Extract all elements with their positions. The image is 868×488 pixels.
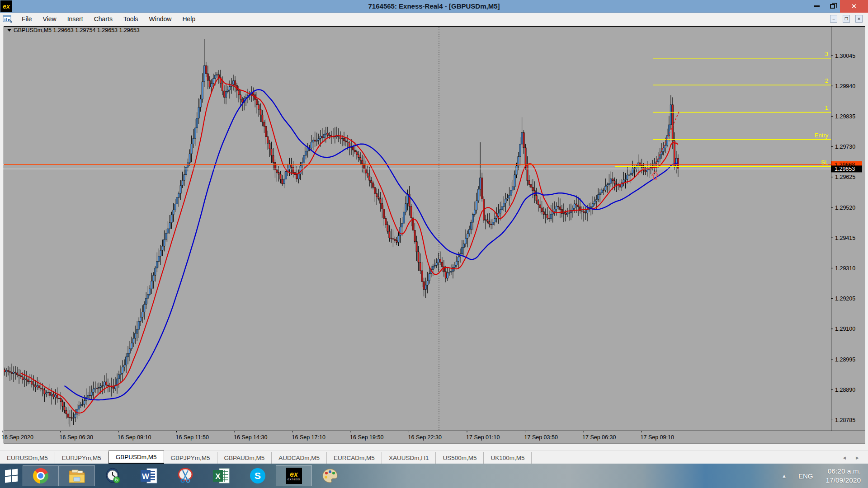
minimize-button[interactable] xyxy=(809,0,825,13)
language-indicator[interactable]: ENG xyxy=(798,472,813,480)
tab-scroll-left-icon[interactable]: ◄ xyxy=(842,455,847,460)
menu-item-file[interactable]: File xyxy=(16,14,38,24)
fib-level-label: Entry xyxy=(815,132,829,139)
tab-scroll-controls: ◄► xyxy=(842,452,868,464)
menu-item-tools[interactable]: Tools xyxy=(118,14,144,24)
taskbar-icon-skype[interactable]: S xyxy=(240,465,276,486)
exness-app-icon: ex xyxy=(0,0,12,12)
mdi-restore-button[interactable]: ❐ xyxy=(843,15,850,23)
time-axis-label: 16 Sep 22:30 xyxy=(408,434,442,441)
price-chart[interactable]: 321EntrySL1.300451.299401.298351.297301.… xyxy=(0,25,868,450)
time-axis-label: 16 Sep 19:50 xyxy=(350,434,383,441)
taskbar-icon-paint-palette[interactable] xyxy=(312,465,348,486)
svg-text:1.29653: 1.29653 xyxy=(835,166,855,172)
system-tray: ▲ ENG 06:20 a.m. 17/09/2020 xyxy=(782,464,868,488)
mdi-minimize-button[interactable]: – xyxy=(830,15,837,23)
mdi-window-controls: –❐✕ xyxy=(830,15,863,23)
time-axis-label: 17 Sep 09:10 xyxy=(641,434,674,441)
time-axis-label: 16 Sep 2020 xyxy=(1,434,33,441)
taskbar-icon-explorer[interactable] xyxy=(59,465,95,486)
price-axis-label: 1.29100 xyxy=(835,326,855,332)
price-axis-label: 1.29205 xyxy=(835,296,855,302)
mdi-close-button[interactable]: ✕ xyxy=(855,15,863,23)
svg-text:↻: ↻ xyxy=(115,478,118,483)
price-axis-label: 1.29940 xyxy=(835,83,855,89)
tab-eurusdm-m5[interactable]: EURUSDm,M5 xyxy=(0,452,55,464)
price-axis-label: 1.29310 xyxy=(835,265,855,272)
price-axis-label: 1.29415 xyxy=(835,235,855,241)
time-axis-label: 16 Sep 17:10 xyxy=(292,434,326,441)
tab-xauusdm-h1[interactable]: XAUUSDm,H1 xyxy=(382,452,436,464)
menu-items: FileViewInsertChartsToolsWindowHelp xyxy=(16,14,201,24)
tab-gbpusdm-m5[interactable]: GBPUSDm,M5 xyxy=(108,450,164,464)
price-axis-label: 1.29625 xyxy=(835,174,855,180)
price-axis-label: 1.28785 xyxy=(835,417,855,423)
time-axis-label: 17 Sep 06:30 xyxy=(582,434,616,441)
price-axis-label: 1.28890 xyxy=(835,387,855,393)
price-axis-label: 1.29520 xyxy=(835,205,855,211)
taskbar: ↻ W XS ex exness xyxy=(0,464,868,488)
price-axis-label: 1.29730 xyxy=(835,144,855,150)
restore-button[interactable] xyxy=(825,0,840,13)
tab-scroll-right-icon[interactable]: ► xyxy=(855,455,860,460)
taskbar-icon-clock[interactable]: ↻ xyxy=(95,465,131,486)
taskbar-icon-chrome[interactable] xyxy=(23,465,59,486)
tray-expand-icon[interactable]: ▲ xyxy=(782,473,787,479)
menu-bar: FileViewInsertChartsToolsWindowHelp –❐✕ xyxy=(0,13,868,25)
time-axis-label: 16 Sep 09:10 xyxy=(118,434,151,441)
restore-icon xyxy=(830,4,835,9)
start-button[interactable] xyxy=(0,464,23,488)
price-axis-label: 1.29835 xyxy=(835,113,855,120)
tab-audcadm-m5[interactable]: AUDCADm,M5 xyxy=(272,452,327,464)
tab-uk100m-m5[interactable]: UK100m,M5 xyxy=(484,452,532,464)
time-axis-label: 17 Sep 01:10 xyxy=(466,434,500,441)
close-button[interactable]: ✕ xyxy=(840,0,868,13)
tab-us500m-m5[interactable]: US500m,M5 xyxy=(436,452,484,464)
menu-item-charts[interactable]: Charts xyxy=(89,14,118,24)
taskbar-icons: ↻ W XS ex exness xyxy=(23,464,348,488)
chart-ohlc-header: GBPUSDm,M5 1.29663 1.29754 1.29653 1.296… xyxy=(14,27,140,33)
price-axis-label: 1.30045 xyxy=(835,53,855,59)
menu-item-window[interactable]: Window xyxy=(144,14,177,24)
tab-gbpjpym-m5[interactable]: GBPJPYm,M5 xyxy=(164,452,217,464)
fib-level-label: 1 xyxy=(825,104,828,111)
chart-window-icon xyxy=(3,14,13,23)
taskbar-icon-exness[interactable]: ex exness xyxy=(276,465,312,486)
tray-time: 06:20 a.m. xyxy=(826,467,861,476)
time-axis-label: 17 Sep 03:50 xyxy=(524,434,558,441)
tab-eurjpym-m5[interactable]: EURJPYm,M5 xyxy=(55,452,108,464)
tray-date: 17/09/2020 xyxy=(826,476,861,485)
fib-level-label: 3 xyxy=(825,51,828,57)
chart-tab-bar: EURUSDm,M5EURJPYm,M5GBPUSDm,M5GBPJPYm,M5… xyxy=(0,450,868,464)
tab-gbpaudm-m5[interactable]: GBPAUDm,M5 xyxy=(217,452,272,464)
time-axis-label: 16 Sep 14:30 xyxy=(234,434,267,441)
tab-eurcadm-m5[interactable]: EURCADm,M5 xyxy=(327,452,382,464)
minimize-icon xyxy=(814,5,820,7)
menu-item-view[interactable]: View xyxy=(38,14,62,24)
menu-item-insert[interactable]: Insert xyxy=(62,14,89,24)
time-axis-label: 16 Sep 06:30 xyxy=(60,434,93,441)
taskbar-icon-snipping-tool[interactable] xyxy=(167,465,203,486)
title-bar: ex 7164565: Exness-Real4 - [GBPUSDm,M5] … xyxy=(0,0,868,13)
taskbar-icon-excel[interactable]: X xyxy=(203,465,240,486)
price-axis-label: 1.28995 xyxy=(835,357,855,363)
taskbar-icon-word[interactable]: W xyxy=(131,465,167,486)
menu-item-help[interactable]: Help xyxy=(177,14,201,24)
time-axis-label: 16 Sep 11:50 xyxy=(176,434,209,441)
fib-level-label: 2 xyxy=(825,77,828,84)
fib-level-label: SL xyxy=(821,159,828,166)
svg-text:W: W xyxy=(142,472,150,481)
clock-widget[interactable]: 06:20 a.m. 17/09/2020 xyxy=(826,467,861,485)
window-title: 7164565: Exness-Real4 - [GBPUSDm,M5] xyxy=(0,2,868,10)
bid-price-tag: 1.29653 xyxy=(831,165,862,172)
svg-text:X: X xyxy=(215,472,221,481)
windows-logo-icon xyxy=(5,469,18,483)
